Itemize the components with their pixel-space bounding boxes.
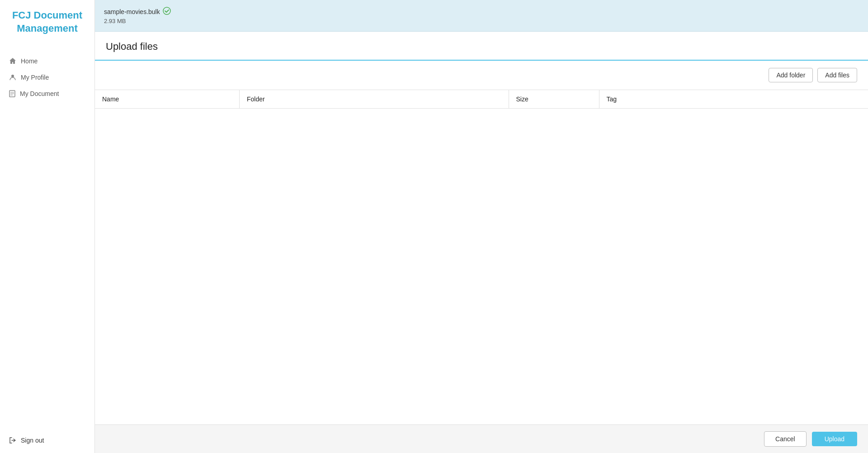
sign-out-button[interactable]: Sign out (9, 437, 85, 444)
sidebar-item-my-profile[interactable]: My Profile (0, 69, 94, 86)
sidebar-item-my-document[interactable]: My Document (0, 86, 94, 102)
upload-panel: Upload files Add folder Add files Name F… (95, 32, 868, 424)
add-files-button[interactable]: Add files (817, 68, 857, 82)
files-table: Name Folder Size Tag (95, 90, 868, 424)
sidebar: FCJ Document Management Home My Profile (0, 0, 95, 453)
table-header: Name Folder Size Tag (95, 90, 868, 109)
sidebar-item-my-profile-label: My Profile (21, 74, 49, 81)
svg-point-5 (163, 7, 170, 14)
sidebar-nav: Home My Profile My Document (0, 48, 94, 428)
sidebar-bottom: Sign out (0, 428, 94, 453)
sign-out-icon (9, 437, 16, 444)
home-icon (9, 57, 16, 65)
upload-toolbar: Add folder Add files (95, 61, 868, 90)
upload-title: Upload files (106, 41, 857, 52)
col-header-name: Name (95, 90, 240, 108)
upload-header: Upload files (95, 32, 868, 61)
table-body (95, 109, 868, 290)
app-logo: FCJ Document Management (0, 0, 94, 48)
cancel-button[interactable]: Cancel (764, 431, 807, 447)
main-content: sample-movies.bulk 2.93 MB Upload files … (95, 0, 868, 453)
sign-out-label: Sign out (21, 437, 44, 444)
add-folder-button[interactable]: Add folder (769, 68, 813, 82)
action-bar: Cancel Upload (95, 424, 868, 453)
file-name-row: sample-movies.bulk (104, 7, 859, 17)
app-title: FCJ Document Management (9, 9, 85, 35)
file-info-bar: sample-movies.bulk 2.93 MB (95, 0, 868, 32)
sidebar-item-my-document-label: My Document (20, 90, 59, 97)
document-icon (9, 90, 15, 97)
col-header-folder: Folder (240, 90, 509, 108)
filename-text: sample-movies.bulk (104, 8, 160, 15)
person-icon (9, 74, 16, 81)
col-header-tag: Tag (599, 90, 868, 108)
sidebar-item-home-label: Home (21, 57, 38, 65)
file-check-icon (163, 7, 171, 17)
file-size-text: 2.93 MB (104, 18, 859, 24)
sidebar-item-home[interactable]: Home (0, 53, 94, 69)
svg-point-0 (11, 75, 14, 77)
upload-button[interactable]: Upload (812, 432, 857, 446)
col-header-size: Size (509, 90, 599, 108)
